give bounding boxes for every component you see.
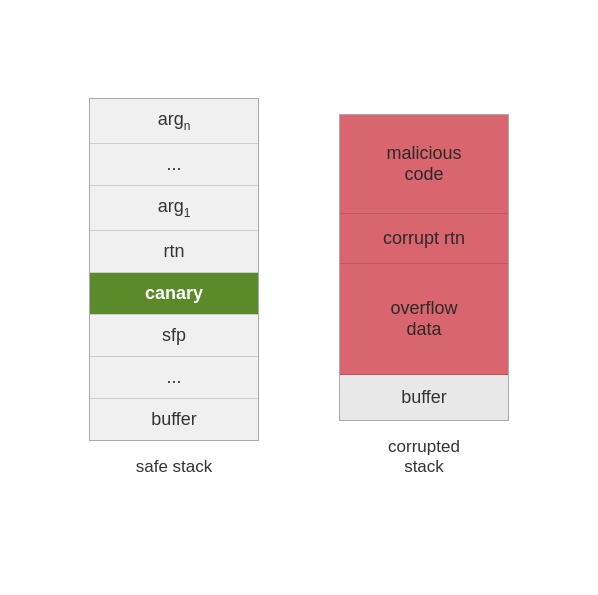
corrupted-cell-corrupt-rtn: corrupt rtn bbox=[340, 214, 508, 264]
safe-cell-arg-1: arg1 bbox=[90, 186, 258, 231]
safe-stack-wrapper: argn ... arg1 rtn canary sfp ... buffer bbox=[89, 98, 259, 476]
diagram-container: argn ... arg1 rtn canary sfp ... buffer bbox=[89, 98, 509, 496]
corrupted-stack-wrapper: maliciouscode corrupt rtn overflowdata b… bbox=[339, 114, 509, 477]
safe-cell-ellipsis-top: ... bbox=[90, 144, 258, 186]
corrupted-cell-buffer: buffer bbox=[340, 375, 508, 420]
safe-cell-canary: canary bbox=[90, 273, 258, 315]
safe-stack-label: safe stack bbox=[136, 457, 213, 477]
corrupted-cell-overflow-data: overflowdata bbox=[340, 264, 508, 375]
safe-cell-rtn: rtn bbox=[90, 231, 258, 273]
safe-cell-arg-n: argn bbox=[90, 99, 258, 144]
corrupted-stack: maliciouscode corrupt rtn overflowdata b… bbox=[339, 114, 509, 421]
corrupted-cell-malicious-code: maliciouscode bbox=[340, 115, 508, 214]
safe-stack: argn ... arg1 rtn canary sfp ... buffer bbox=[89, 98, 259, 440]
safe-cell-buffer: buffer bbox=[90, 399, 258, 440]
safe-cell-ellipsis-bot: ... bbox=[90, 357, 258, 399]
safe-cell-sfp: sfp bbox=[90, 315, 258, 357]
corrupted-stack-label: corruptedstack bbox=[388, 437, 460, 477]
